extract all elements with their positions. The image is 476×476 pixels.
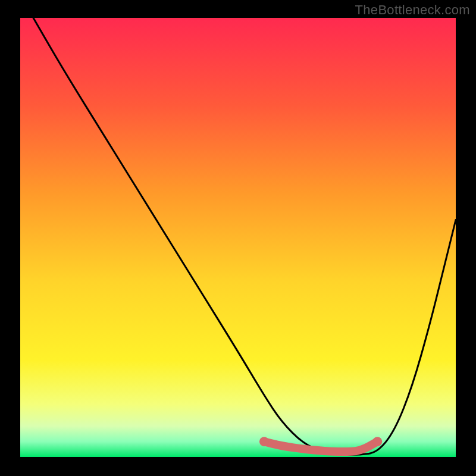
- optimal-range-end-dot: [372, 437, 382, 446]
- chart-frame: TheBottleneck.com: [0, 0, 476, 476]
- bottleneck-chart: [0, 0, 476, 476]
- watermark-text: TheBottleneck.com: [355, 2, 470, 18]
- gradient-background: [20, 18, 456, 457]
- optimal-range-start-dot: [259, 437, 269, 446]
